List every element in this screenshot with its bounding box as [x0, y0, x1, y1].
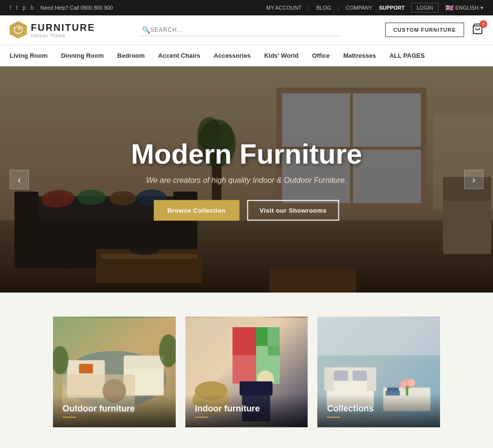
indoor-underline	[195, 417, 208, 418]
indoor-furniture-card[interactable]: Indoor furniture	[185, 317, 308, 427]
svg-rect-49	[239, 382, 272, 396]
topbar: f t p b Need Help? Call 0900 800 900 MY …	[0, 0, 493, 15]
twitter-icon[interactable]: t	[16, 4, 17, 11]
search-box[interactable]: 🔍	[139, 24, 341, 36]
language-label: ENGLISH	[455, 5, 479, 11]
nav-living-room[interactable]: Living Room	[10, 45, 48, 66]
nav-kids-world[interactable]: Kids' World	[264, 45, 298, 66]
nav-mattresses[interactable]: Mattresses	[343, 45, 376, 66]
search-input[interactable]	[150, 26, 338, 33]
social-links: f t p b	[10, 4, 34, 11]
logo-subtitle: Kallyas Theme	[31, 33, 95, 38]
svg-rect-60	[353, 371, 367, 381]
hero-buttons: Browse Collection Visit our Showrooms	[49, 200, 443, 220]
header: FURNITURE Kallyas Theme 🔍 CUSTOM FURNITU…	[0, 15, 493, 45]
svg-rect-54	[317, 318, 440, 355]
nav-all-pages[interactable]: ALL PAGES	[389, 45, 425, 66]
svg-marker-1	[18, 27, 21, 30]
header-right: CUSTOM FURNITURE 0	[385, 23, 483, 37]
collections-grid: Outdoor furniture	[53, 317, 440, 427]
outdoor-underline	[63, 417, 76, 418]
visit-showrooms-button[interactable]: Visit our Showrooms	[247, 200, 339, 220]
collections-title: Collections	[327, 404, 430, 414]
collections-card[interactable]: Collections	[317, 317, 440, 427]
outdoor-title: Outdoor furniture	[63, 404, 166, 414]
cart-badge: 0	[480, 20, 487, 28]
collections-section: Outdoor furniture	[0, 293, 493, 448]
logo-svg	[13, 25, 23, 35]
nav-accessories[interactable]: Accessories	[214, 45, 251, 66]
logo-name: FURNITURE	[31, 22, 95, 33]
nav-bedroom[interactable]: Bedroom	[117, 45, 145, 66]
flag-icon: 🇬🇧	[445, 4, 454, 12]
svg-rect-58	[367, 367, 376, 391]
svg-rect-67	[387, 387, 399, 391]
search-icon: 🔍	[142, 26, 150, 34]
help-text: Need Help? Call 0900 800 900	[40, 5, 113, 11]
svg-rect-33	[124, 365, 164, 396]
svg-rect-42	[256, 327, 268, 346]
hero-subtitle: We are creators of high quality Indoor &…	[49, 176, 443, 184]
hero-content: Modern Furniture We are creators of high…	[49, 139, 443, 221]
svg-rect-59	[334, 371, 348, 381]
support-link[interactable]: SUPPORT	[379, 5, 404, 11]
hero-section: ‹ Modern Furniture We are creators of hi…	[0, 66, 493, 293]
main-nav: Living Room Dinning Room Bedroom Accent …	[0, 45, 493, 66]
collections-overlay: Collections	[317, 394, 440, 427]
svg-rect-41	[233, 327, 256, 356]
indoor-title: Indoor furniture	[195, 404, 298, 414]
blog-link[interactable]: BLOG	[316, 5, 331, 11]
logo-text: FURNITURE Kallyas Theme	[31, 22, 95, 38]
outdoor-furniture-card[interactable]: Outdoor furniture	[53, 317, 176, 427]
logo-icon	[10, 21, 27, 38]
hero-prev-button[interactable]: ‹	[10, 170, 29, 189]
svg-rect-34	[124, 356, 164, 369]
svg-point-63	[408, 379, 415, 387]
svg-rect-44	[233, 356, 256, 384]
blogger-icon[interactable]: b	[30, 4, 34, 11]
language-selector[interactable]: 🇬🇧 ENGLISH ▾	[445, 4, 483, 12]
cart-icon[interactable]: 0	[472, 23, 483, 37]
logo[interactable]: FURNITURE Kallyas Theme	[10, 21, 95, 38]
svg-point-64	[400, 382, 407, 388]
my-account-link[interactable]: MY ACCOUNT	[266, 5, 301, 11]
collections-underline	[327, 417, 340, 418]
nav-accent-chairs[interactable]: Accent Chairs	[158, 45, 200, 66]
facebook-icon[interactable]: f	[10, 4, 11, 11]
svg-rect-57	[324, 367, 334, 391]
outdoor-overlay: Outdoor furniture	[53, 394, 176, 427]
browse-collection-button[interactable]: Browse Collection	[154, 200, 239, 220]
topbar-left: f t p b Need Help? Call 0900 800 900	[10, 4, 113, 11]
nav-dining-room[interactable]: Dinning Room	[61, 45, 104, 66]
login-button[interactable]: LOGIN	[411, 3, 438, 13]
svg-rect-38	[79, 364, 93, 373]
chevron-down-icon: ▾	[480, 5, 483, 11]
hero-title: Modern Furniture	[49, 139, 443, 169]
hero-next-button[interactable]: ›	[464, 170, 483, 189]
indoor-overlay: Indoor furniture	[185, 394, 308, 427]
company-link[interactable]: COMPANY	[346, 5, 372, 11]
custom-furniture-button[interactable]: CUSTOM FURNITURE	[385, 23, 464, 37]
topbar-right: MY ACCOUNT | BLOG | COMPANY SUPPORT LOGI…	[266, 3, 483, 13]
pinterest-icon[interactable]: p	[23, 4, 26, 11]
nav-office[interactable]: Office	[312, 45, 330, 66]
